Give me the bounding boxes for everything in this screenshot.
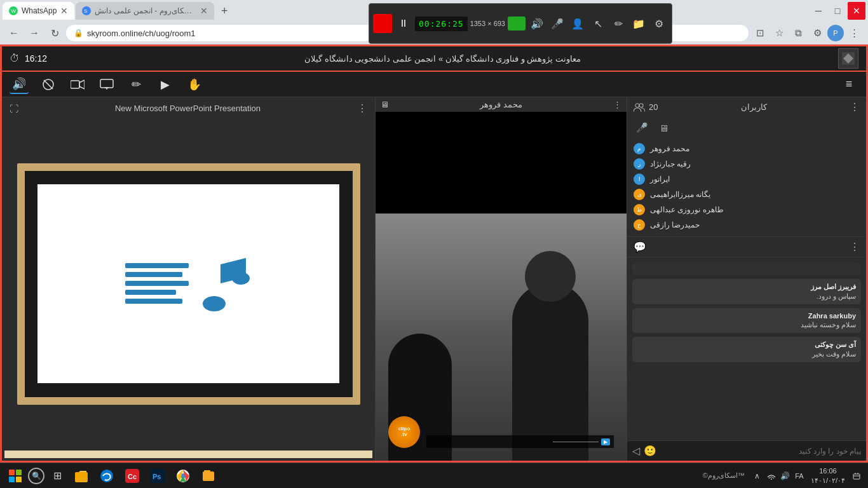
slide-inner xyxy=(25,171,353,397)
taskbar-search[interactable]: 🔍 xyxy=(28,468,44,484)
menu-button[interactable]: ≡ xyxy=(839,75,858,94)
tray-chevron[interactable]: ∧ xyxy=(751,470,764,482)
video-bottom-area: clipo.tv ———————— ▶ xyxy=(376,214,627,461)
chat-message-1: فریبرز اصل مرز سپاس و درود. xyxy=(632,279,861,304)
recording-timer: 00:26:25 xyxy=(415,17,468,31)
subtitle-button[interactable]: ▶ xyxy=(601,438,610,445)
pause-button[interactable]: ⏸ xyxy=(395,15,412,32)
logo-box xyxy=(838,48,858,69)
video-button[interactable] xyxy=(68,75,87,94)
screen-share-button[interactable] xyxy=(97,75,116,94)
cast-button[interactable]: ⊡ xyxy=(751,24,769,42)
rec-cursor-icon[interactable]: ↖ xyxy=(589,15,607,32)
notification-button[interactable] xyxy=(850,470,863,482)
presentation-panel: ⛶ New Microsoft PowerPoint Presentation … xyxy=(2,97,376,461)
taskbar-file-explorer[interactable] xyxy=(70,464,93,487)
presentation-options-button[interactable]: ⋮ xyxy=(357,102,367,114)
music-line-1 xyxy=(125,263,189,268)
taskbar-photoshop[interactable]: Ps xyxy=(146,464,169,487)
hand-button[interactable]: ✋ xyxy=(185,75,204,94)
taskbar-edge[interactable] xyxy=(95,464,118,487)
user-avatar: م xyxy=(634,143,645,154)
app-area: ⏱ 16:12 معاونت پژوهش و فناوری دانشگاه گی… xyxy=(0,44,868,463)
mute-button[interactable] xyxy=(39,75,58,94)
tab-whatsapp-close[interactable]: ✕ xyxy=(60,6,68,16)
emoji-button[interactable]: 🙂 xyxy=(644,445,656,457)
maximize-button[interactable]: □ xyxy=(829,2,846,20)
video-options-button[interactable]: ⋮ xyxy=(613,100,621,109)
tab-skyroom-close[interactable]: ✕ xyxy=(200,6,208,16)
rec-webcam-icon[interactable]: 👤 xyxy=(569,15,587,32)
svg-line-6 xyxy=(44,80,53,89)
clock-area[interactable]: 16:06 ۱۴۰۱/۰۲/۰۴ xyxy=(808,466,848,485)
slide-area xyxy=(4,117,372,451)
screen-control-button[interactable]: 🖥 xyxy=(655,119,672,136)
forward-button[interactable]: → xyxy=(25,24,43,42)
rec-mic-icon[interactable]: 🎤 xyxy=(548,15,566,32)
users-options-button[interactable]: ⋮ xyxy=(850,101,860,113)
task-view-button[interactable]: ⊞ xyxy=(47,466,67,486)
audio-button[interactable]: 🔊 xyxy=(10,75,29,94)
clipo-watermark: clipo.tv xyxy=(388,416,420,448)
svg-rect-26 xyxy=(853,474,860,479)
mic-control-button[interactable]: 🎤 xyxy=(634,119,650,136)
photoshop-icon: Ps xyxy=(151,469,165,483)
send-button[interactable]: ◁ xyxy=(632,445,640,457)
person-head-1 xyxy=(525,251,576,302)
rec-draw-icon[interactable]: ✏ xyxy=(609,15,627,32)
record-button[interactable] xyxy=(373,14,392,33)
close-button[interactable]: ✕ xyxy=(848,2,865,20)
tray-volume-icon[interactable]: 🔊 xyxy=(779,470,792,482)
chat-icon: 💬 xyxy=(634,241,646,253)
chat-header: 💬 ⋮ xyxy=(627,237,866,257)
rec-folder-icon[interactable]: 📁 xyxy=(630,15,648,32)
tab-skyroom-label: اسکای‌روم - انجمن علمی دانش... xyxy=(95,6,196,15)
start-sq-blue xyxy=(9,477,15,482)
user-item: اپراتور ا xyxy=(627,172,866,187)
user-avatar: ا xyxy=(634,173,645,185)
rec-settings-icon[interactable]: ⚙ xyxy=(650,15,668,32)
slide-content xyxy=(37,184,339,383)
presentation-fullscreen-icon[interactable]: ⛶ xyxy=(10,104,18,114)
draw-button[interactable]: ✏ xyxy=(126,75,146,94)
tab-organizer-button[interactable]: ⧉ xyxy=(789,24,807,42)
header-left: ⏱ 16:12 xyxy=(10,53,47,64)
extensions-button[interactable]: ⚙ xyxy=(808,24,826,42)
chat-messages: فریبرز اصل مرز سپاس و درود. Zahra sarkub… xyxy=(627,257,866,440)
video-top-area xyxy=(376,112,627,214)
star-button[interactable]: ☆ xyxy=(770,24,788,42)
browser-actions: ⊡ ☆ ⧉ ⚙ P ⋮ xyxy=(751,24,863,42)
presentation-title: New Microsoft PowerPoint Presentation xyxy=(115,104,261,113)
window-controls: ─ □ ✕ xyxy=(810,0,868,22)
chat-input[interactable] xyxy=(660,447,861,456)
back-button[interactable]: ← xyxy=(5,24,23,42)
taskbar: 🔍 ⊞ Cc Ps xyxy=(0,463,868,488)
tray-network-icon[interactable] xyxy=(765,470,778,482)
browser-menu-button[interactable]: ⋮ xyxy=(845,24,863,42)
tab-skyroom[interactable]: S اسکای‌روم - انجمن علمی دانش... ✕ xyxy=(76,2,214,20)
header-title: معاونت پژوهش و فناوری دانشگاه گیلان » ان… xyxy=(304,54,581,64)
taskbar-files[interactable] xyxy=(197,464,220,487)
taskbar-chrome[interactable] xyxy=(172,464,194,487)
tray-language-icon[interactable]: FA xyxy=(793,470,806,482)
users-header: 20 کاربران ⋮ xyxy=(627,97,866,117)
present-button[interactable]: ▶ xyxy=(156,75,175,94)
users-count: 20 xyxy=(649,102,658,112)
chat-message-partial xyxy=(632,262,861,275)
rec-audio-icon[interactable]: 🔊 xyxy=(528,15,546,32)
taskbar-creative-cloud[interactable]: Cc xyxy=(121,464,144,487)
right-panel: 20 کاربران ⋮ 🎤 🖥 محمد فروهر م xyxy=(627,97,866,461)
user-avatar: ی xyxy=(634,189,645,200)
svg-text:W: W xyxy=(11,8,17,14)
profile-avatar[interactable]: P xyxy=(827,25,844,41)
chat-sender-2: Zahra sarkuby xyxy=(637,312,856,320)
new-tab-button[interactable]: + xyxy=(215,2,233,20)
start-button[interactable] xyxy=(5,466,25,486)
minimize-button[interactable]: ─ xyxy=(810,2,827,20)
refresh-button[interactable]: ↻ xyxy=(46,24,64,42)
tab-whatsapp[interactable]: W WhatsApp ✕ xyxy=(3,2,74,20)
video-panel: 🖥 محمد فروهر ⋮ xyxy=(376,97,627,461)
chat-section: 💬 ⋮ فریبرز اصل مرز سپاس و درود. Zahra sa… xyxy=(627,237,866,461)
chat-options-button[interactable]: ⋮ xyxy=(850,241,860,253)
creative-cloud-icon: Cc xyxy=(125,469,139,483)
